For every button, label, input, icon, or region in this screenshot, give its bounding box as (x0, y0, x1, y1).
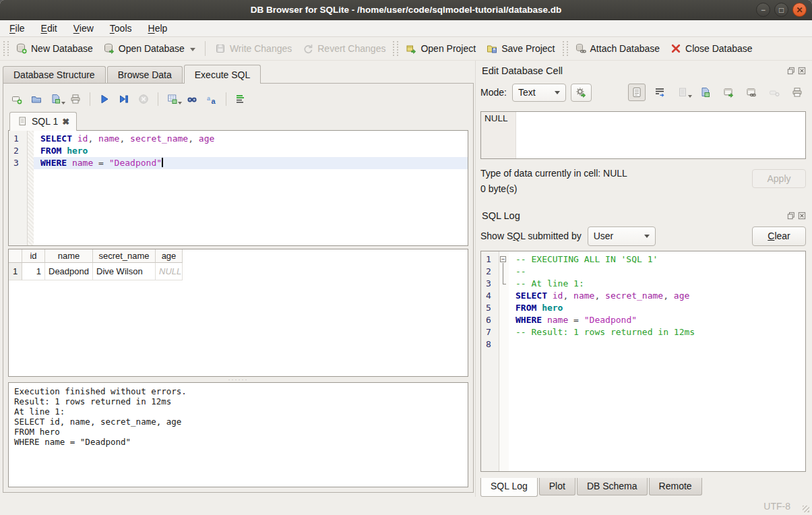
clear-log-button[interactable]: Clear (752, 226, 806, 246)
fold-marker (499, 326, 509, 338)
app-window: DB Browser for SQLite - /home/user/code/… (0, 0, 812, 515)
fold-marker (499, 314, 509, 326)
print-cell-button[interactable] (788, 84, 806, 101)
open-database-button[interactable]: Open Database (98, 40, 201, 57)
close-tab-icon[interactable]: ✖ (62, 117, 69, 127)
cell-name[interactable]: Deadpond (45, 263, 93, 280)
toolbar-handle[interactable] (393, 41, 398, 56)
attach-database-button[interactable]: Attach Database (570, 40, 666, 57)
link-window-icon (746, 87, 757, 98)
column-header-age[interactable]: age (156, 249, 183, 263)
close-dock-icon[interactable] (798, 212, 806, 220)
open-sql-file-button[interactable] (28, 90, 45, 108)
write-changes-button[interactable]: Write Changes (210, 40, 297, 57)
cell-value-editor[interactable]: NULL (480, 111, 806, 159)
column-header-secret-name[interactable]: secret_name (93, 249, 156, 263)
open-sql-tab-button[interactable] (8, 90, 26, 108)
close-dock-icon[interactable] (798, 67, 806, 75)
menu-file[interactable]: File (9, 23, 25, 34)
cell-editor-toolbar (628, 84, 806, 101)
cell-secret-name[interactable]: Dive Wilson (93, 263, 156, 280)
menu-view[interactable]: View (73, 23, 94, 34)
fold-marker[interactable]: − (499, 253, 509, 266)
sql-editor[interactable]: 123 SELECT id, name, secret_name, ageFRO… (8, 130, 468, 246)
execute-all-button[interactable] (96, 90, 113, 108)
mode-combobox[interactable]: Text (512, 84, 566, 102)
tab-execute-sql[interactable]: Execute SQL (184, 65, 261, 84)
sql-log-view[interactable]: 12345678 − -- EXECUTING ALL IN 'SQL 1'--… (480, 251, 806, 472)
new-database-button[interactable]: New Database (11, 40, 98, 57)
menu-edit[interactable]: Edit (41, 23, 57, 34)
cell-type-info: Type of data currently in cell: NULL (480, 168, 627, 179)
close-button[interactable]: ✕ (792, 3, 807, 17)
save-project-button[interactable]: Save Project (481, 40, 560, 57)
line-number: 1 (9, 133, 27, 145)
sql-1-tab[interactable]: SQL 1 ✖ (9, 112, 77, 131)
auto-apply-button[interactable] (571, 84, 592, 102)
save-dropdown-arrow[interactable] (61, 102, 65, 104)
cell-id[interactable]: 1 (22, 263, 45, 280)
export-results-button[interactable] (164, 90, 181, 108)
toolbar-separator (205, 41, 206, 56)
result-list-icon (235, 94, 246, 104)
code-line: -- Result: 1 rows returned in 12ms (509, 326, 805, 338)
toggle-results-button[interactable] (232, 90, 249, 108)
stop-execution-button[interactable] (135, 90, 152, 108)
export-data-button[interactable] (697, 84, 714, 101)
export-dropdown-arrow[interactable] (178, 102, 182, 104)
column-header-id[interactable]: id (22, 249, 45, 263)
execution-message[interactable]: Execution finished without errors. Resul… (8, 382, 468, 487)
tab-sql-log[interactable]: SQL Log (480, 478, 538, 497)
sql-log-code[interactable]: -- EXECUTING ALL IN 'SQL 1'---- At line … (509, 251, 805, 471)
open-database-dropdown-arrow[interactable] (190, 48, 195, 51)
resize-grip[interactable] (803, 506, 809, 512)
submitted-by-combobox[interactable]: User (588, 226, 656, 246)
apply-button[interactable]: Apply (752, 169, 806, 188)
float-dock-icon[interactable] (787, 212, 795, 220)
code-line (509, 338, 805, 351)
line-number: 1 (481, 253, 499, 266)
cell-age[interactable]: NULL (156, 263, 183, 280)
toolbar-handle[interactable] (3, 41, 9, 56)
splitter-handle[interactable]: ······ (8, 377, 468, 382)
print-sql-button[interactable] (67, 90, 84, 108)
text-mode-button[interactable] (628, 84, 646, 101)
maximize-button[interactable]: □ (774, 3, 788, 17)
close-database-button[interactable]: Close Database (665, 40, 758, 57)
float-dock-icon[interactable] (787, 67, 795, 75)
auto-format-button[interactable]: aa (203, 90, 220, 108)
sql-code[interactable]: SELECT id, name, secret_name, ageFROM he… (34, 131, 468, 245)
toolbar-handle[interactable] (563, 41, 568, 56)
results-table: id name secret_name age 1 1 Deadpond Div… (9, 249, 468, 280)
revert-changes-button[interactable]: Revert Changes (297, 40, 391, 57)
menu-help[interactable]: Help (148, 23, 168, 34)
menu-tools[interactable]: Tools (110, 23, 132, 34)
sql-log-dock-header: SQL Log (480, 208, 806, 223)
save-sql-file-button[interactable] (47, 90, 65, 108)
open-external-button[interactable] (720, 84, 737, 101)
play-to-end-icon (119, 94, 129, 104)
close-database-icon (670, 43, 681, 54)
line-number: 4 (481, 290, 499, 302)
row-header[interactable]: 1 (9, 263, 22, 280)
line-number-gutter: 12345678 (481, 251, 499, 471)
open-project-button[interactable]: Open Project (400, 40, 481, 57)
minimize-button[interactable]: − (756, 3, 770, 17)
tab-remote[interactable]: Remote (649, 478, 702, 495)
tab-db-schema[interactable]: DB Schema (577, 478, 648, 495)
column-header-name[interactable]: name (45, 249, 93, 263)
text-cursor (162, 158, 163, 167)
word-wrap-button[interactable] (651, 84, 668, 101)
tab-database-structure[interactable]: Database Structure (3, 66, 106, 83)
import-data-button[interactable] (674, 84, 691, 101)
code-line: -- EXECUTING ALL IN 'SQL 1' (509, 253, 805, 266)
find-button[interactable] (183, 90, 201, 108)
results-table-widget[interactable]: id name secret_name age 1 1 Deadpond Div… (8, 249, 468, 377)
title-bar[interactable]: DB Browser for SQLite - /home/user/code/… (0, 0, 812, 20)
set-null-button[interactable] (766, 84, 783, 101)
tab-browse-data[interactable]: Browse Data (107, 66, 183, 83)
execute-current-line-button[interactable] (115, 90, 133, 108)
tab-plot[interactable]: Plot (539, 478, 575, 495)
copy-link-button[interactable] (743, 84, 760, 101)
edit-cell-title: Edit Database Cell (482, 65, 563, 76)
